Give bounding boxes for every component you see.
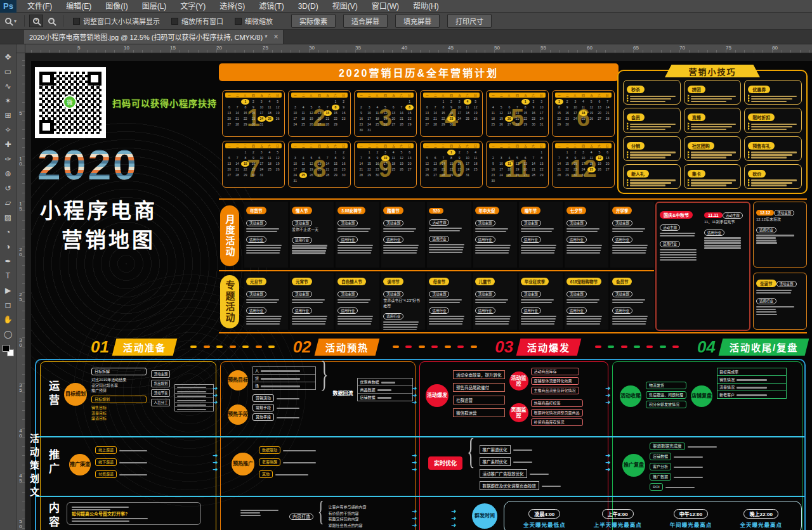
shape-tool[interactable]: ◻	[1, 297, 15, 312]
hand-tool[interactable]: ✋	[1, 312, 15, 326]
day-cell	[390, 99, 398, 105]
options-button[interactable]: 实际像素	[291, 14, 336, 28]
zoom-tool-icon[interactable]: ▾	[5, 18, 16, 24]
checkbox-box[interactable]	[171, 18, 178, 25]
menu-item[interactable]: 窗口(W)	[365, 0, 406, 13]
options-button[interactable]: 适合屏幕	[343, 14, 388, 28]
industry-bars	[292, 316, 332, 325]
crop-tool[interactable]: ⊞	[1, 108, 15, 122]
plan-box: 活动主题	[151, 370, 170, 378]
options-checkbox[interactable]: 调整窗口大小以满屏显示	[73, 16, 160, 26]
row-label: 货	[255, 375, 259, 381]
eraser-tool[interactable]: ▱	[1, 195, 15, 210]
day-cell: 25	[489, 122, 497, 127]
menu-item[interactable]: 图像(I)	[98, 0, 134, 13]
day-cell: 20	[603, 161, 612, 167]
day-cell: 13	[603, 155, 612, 161]
menu-item[interactable]: 视图(V)	[325, 0, 365, 13]
industry-bars	[612, 245, 652, 254]
options-checkbox[interactable]: 缩放所有窗口	[171, 16, 223, 26]
weekday-label: 二	[566, 144, 569, 147]
checkbox-label: 缩放所有窗口	[181, 16, 223, 26]
day-cell: 12	[381, 110, 390, 116]
marquee-tool[interactable]: ▭	[1, 64, 15, 79]
day-cell: 27	[315, 122, 324, 127]
clone-stamp-tool[interactable]: ⊕	[1, 166, 15, 181]
activity-card-title: 年货节	[246, 207, 266, 214]
day-cell: 30	[339, 172, 348, 178]
day-cell: 16	[357, 116, 365, 122]
gradient-tool[interactable]: ▨	[1, 210, 15, 224]
map-text: 对比2019年活动结果	[91, 377, 147, 383]
realtime-optimize-node: 实时优化	[428, 456, 462, 470]
day-cell: 7	[431, 105, 440, 110]
healing-brush-tool[interactable]: ✚	[1, 137, 15, 152]
checkbox-box[interactable]	[235, 18, 242, 25]
lasso-tool[interactable]: ∿	[1, 79, 15, 93]
brush-tool[interactable]: ✑	[1, 152, 15, 166]
day-cell: 2	[339, 150, 348, 155]
weekday-header: 一二三四五六日	[489, 143, 546, 148]
tip-line	[688, 127, 738, 130]
history-brush-tool[interactable]: ↺	[1, 181, 15, 195]
day-cell: 22	[537, 167, 546, 172]
day-cell: 23	[489, 172, 497, 178]
theme-section: 活动主题	[566, 287, 606, 303]
path-selection-tool[interactable]: ▶	[1, 283, 15, 297]
color-swatches[interactable]	[3, 345, 14, 356]
map-text: 流量目标	[91, 411, 147, 417]
zoom-in-button[interactable]: +	[29, 15, 43, 27]
branch-text: 有价值的干货内容	[329, 511, 367, 517]
monitor-chip: 店铺整体流量转化效果	[531, 377, 579, 385]
close-icon[interactable]: ×	[273, 32, 278, 41]
node-circle: 预热推广	[232, 453, 254, 475]
magic-wand-tool[interactable]: ✶	[1, 93, 15, 108]
menu-item[interactable]: 滤镜(T)	[252, 0, 291, 13]
document-tab[interactable]: 2020小程序电商营销地图.jpg @ 12.5% (扫码可以获得小程序扶持, …	[24, 30, 284, 44]
blur-tool[interactable]: ◔	[1, 224, 15, 239]
day-cell: 1	[537, 150, 546, 155]
menu-item[interactable]: 文件(F)	[20, 0, 59, 13]
menu-item[interactable]: 帮助(H)	[406, 0, 446, 13]
options-checkbox[interactable]: 细微缩放	[235, 16, 273, 26]
day-cell: 23	[373, 167, 381, 172]
day-cell: 6	[315, 105, 324, 110]
move-tool[interactable]: ✥	[1, 49, 15, 64]
type-tool[interactable]: T	[1, 268, 15, 283]
menu-item[interactable]: 图层(L)	[135, 0, 174, 13]
day-cell: 9	[455, 155, 464, 161]
pen-tool[interactable]: ✒	[1, 254, 15, 268]
day-cell: 13	[315, 161, 324, 167]
ruler-number: 15	[18, 201, 23, 211]
weekday-label: 五	[326, 93, 329, 96]
options-button[interactable]: 填充屏幕	[395, 14, 440, 28]
day-cell: 7	[233, 105, 242, 110]
zoom-out-button[interactable]: −	[44, 15, 58, 27]
ruler-number: 40	[18, 428, 23, 438]
document-tab-title: 2020小程序电商营销地图.jpg @ 12.5% (扫码可以获得小程序扶持, …	[29, 32, 267, 42]
menu-item[interactable]: 3D(D)	[291, 0, 325, 13]
phase-flag: 活动预热	[314, 339, 379, 356]
foreground-color[interactable]	[3, 345, 10, 352]
dash	[204, 346, 210, 348]
text-bar	[630, 96, 676, 98]
day-cell: 1	[405, 99, 414, 105]
zoom-tool[interactable]: ◯	[1, 326, 15, 341]
options-button[interactable]: 打印尺寸	[447, 14, 492, 28]
time-note: 午间曝光最高点	[670, 520, 712, 528]
eyedropper-tool[interactable]: ✧	[1, 122, 15, 137]
menu-item[interactable]: 选择(S)	[213, 0, 252, 13]
activity-card-title: 开学季	[612, 207, 632, 214]
cell-promotion-review: 推广复盘 渠道数据完成度 店铺数据客户分析推广数据ROI	[622, 443, 800, 491]
day-cell: 1	[241, 150, 249, 155]
weekday-label: 日	[474, 144, 477, 147]
day-cell: 10	[291, 110, 299, 116]
special-activities-label: 专题活动	[220, 275, 239, 328]
day-cell: 23	[447, 116, 455, 122]
text-bar	[674, 477, 703, 479]
menu-item[interactable]: 编辑(E)	[59, 0, 98, 13]
checkbox-box[interactable]	[73, 18, 80, 25]
menu-item[interactable]: 文字(Y)	[173, 0, 213, 13]
tip-line	[688, 181, 738, 184]
dodge-tool[interactable]: ◑	[1, 239, 15, 254]
